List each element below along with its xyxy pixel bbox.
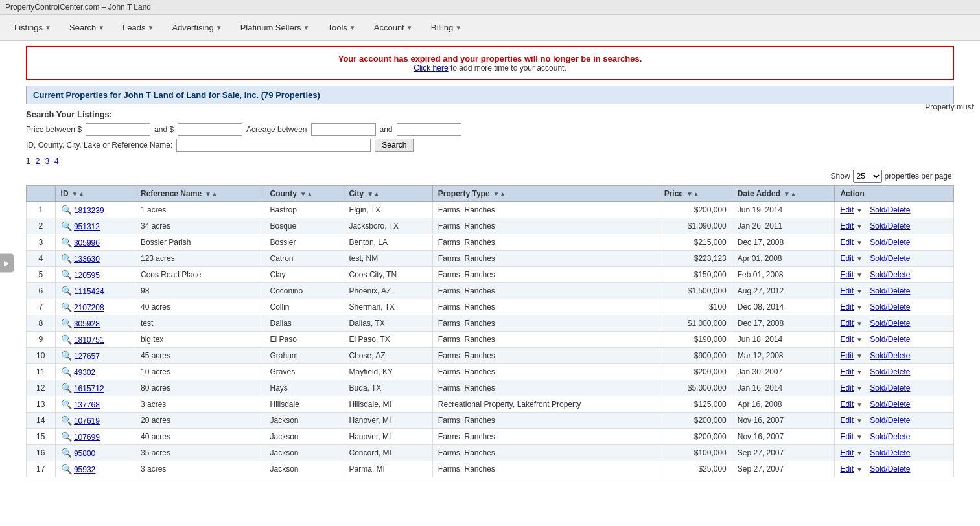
- sold-delete-link[interactable]: Sold/Delete: [870, 205, 910, 214]
- row-id-link[interactable]: 951312: [74, 222, 100, 231]
- row-id-link[interactable]: 107699: [74, 433, 100, 442]
- left-tab[interactable]: ▶: [0, 254, 14, 273]
- sold-delete-link[interactable]: Sold/Delete: [870, 254, 910, 263]
- row-id-link[interactable]: 49302: [74, 368, 95, 377]
- row-id-link[interactable]: 120595: [74, 271, 100, 280]
- row-id-link[interactable]: 137768: [74, 400, 100, 409]
- row-id-link[interactable]: 1115424: [74, 287, 104, 296]
- search-icon[interactable]: 🔍: [61, 383, 72, 393]
- sold-delete-link[interactable]: Sold/Delete: [870, 222, 910, 231]
- nav-tools[interactable]: Tools ▼: [318, 17, 364, 38]
- edit-button[interactable]: Edit: [840, 254, 854, 263]
- row-id-link[interactable]: 95932: [74, 465, 95, 474]
- edit-button[interactable]: Edit: [840, 303, 854, 312]
- per-page-select[interactable]: 10 25 50 100: [853, 170, 882, 183]
- nav-listings[interactable]: Listings ▼: [5, 17, 60, 38]
- search-icon[interactable]: 🔍: [61, 318, 72, 328]
- sold-delete-link[interactable]: Sold/Delete: [870, 448, 910, 457]
- search-icon[interactable]: 🔍: [61, 448, 72, 458]
- row-id-link[interactable]: 305928: [74, 319, 100, 328]
- edit-dropdown-arrow[interactable]: ▼: [856, 271, 863, 279]
- edit-dropdown-arrow[interactable]: ▼: [856, 304, 863, 311]
- sold-delete-link[interactable]: Sold/Delete: [870, 383, 910, 393]
- sold-delete-link[interactable]: Sold/Delete: [870, 270, 910, 279]
- edit-dropdown-arrow[interactable]: ▼: [856, 466, 863, 473]
- edit-button[interactable]: Edit: [840, 367, 854, 376]
- search-icon[interactable]: 🔍: [61, 415, 72, 426]
- search-icon[interactable]: 🔍: [61, 205, 72, 215]
- edit-dropdown-arrow[interactable]: ▼: [856, 401, 863, 408]
- edit-button[interactable]: Edit: [840, 383, 854, 393]
- sold-delete-link[interactable]: Sold/Delete: [870, 432, 910, 441]
- search-icon[interactable]: 🔍: [61, 269, 72, 280]
- page-link-2[interactable]: 2: [36, 157, 40, 166]
- edit-button[interactable]: Edit: [840, 400, 854, 409]
- search-icon[interactable]: 🔍: [61, 431, 72, 442]
- edit-button[interactable]: Edit: [840, 432, 854, 441]
- sold-delete-link[interactable]: Sold/Delete: [870, 351, 910, 360]
- alert-link[interactable]: Click here: [414, 63, 448, 73]
- edit-dropdown-arrow[interactable]: ▼: [856, 385, 863, 392]
- edit-button[interactable]: Edit: [840, 286, 854, 295]
- sold-delete-link[interactable]: Sold/Delete: [870, 303, 910, 312]
- row-id-link[interactable]: 133630: [74, 255, 100, 264]
- search-icon[interactable]: 🔍: [61, 367, 72, 377]
- edit-button[interactable]: Edit: [840, 205, 854, 214]
- acreage-min-input[interactable]: [311, 123, 376, 136]
- edit-dropdown-arrow[interactable]: ▼: [856, 288, 863, 295]
- edit-dropdown-arrow[interactable]: ▼: [856, 417, 863, 424]
- nav-advertising[interactable]: Advertising ▼: [163, 17, 231, 38]
- sold-delete-link[interactable]: Sold/Delete: [870, 319, 910, 328]
- edit-dropdown-arrow[interactable]: ▼: [856, 352, 863, 360]
- page-link-3[interactable]: 3: [45, 157, 49, 166]
- edit-button[interactable]: Edit: [840, 351, 854, 360]
- edit-dropdown-arrow[interactable]: ▼: [856, 239, 863, 246]
- row-id-link[interactable]: 1810751: [74, 336, 104, 345]
- page-link-1[interactable]: 1: [26, 157, 30, 166]
- sold-delete-link[interactable]: Sold/Delete: [870, 400, 910, 409]
- row-id-link[interactable]: 95800: [74, 449, 95, 458]
- acreage-max-input[interactable]: [397, 123, 461, 136]
- sort-arrows-date[interactable]: ▼▲: [784, 190, 797, 198]
- sold-delete-link[interactable]: Sold/Delete: [870, 335, 910, 344]
- edit-dropdown-arrow[interactable]: ▼: [856, 223, 863, 230]
- edit-button[interactable]: Edit: [840, 464, 854, 474]
- nav-leads[interactable]: Leads ▼: [113, 17, 163, 38]
- page-link-4[interactable]: 4: [54, 157, 59, 166]
- sold-delete-link[interactable]: Sold/Delete: [870, 286, 910, 295]
- row-id-link[interactable]: 127657: [74, 352, 100, 361]
- edit-dropdown-arrow[interactable]: ▼: [856, 369, 863, 376]
- row-id-link[interactable]: 1615712: [74, 384, 104, 393]
- search-button[interactable]: Search: [375, 139, 414, 152]
- sort-arrows-price[interactable]: ▼▲: [686, 190, 699, 198]
- nav-search[interactable]: Search ▼: [60, 17, 113, 38]
- search-icon[interactable]: 🔍: [61, 286, 72, 296]
- sold-delete-link[interactable]: Sold/Delete: [870, 238, 910, 247]
- edit-dropdown-arrow[interactable]: ▼: [856, 255, 863, 262]
- edit-dropdown-arrow[interactable]: ▼: [856, 450, 863, 457]
- edit-button[interactable]: Edit: [840, 319, 854, 328]
- search-icon[interactable]: 🔍: [61, 334, 72, 345]
- edit-button[interactable]: Edit: [840, 270, 854, 279]
- sort-arrows-id[interactable]: ▼▲: [72, 190, 85, 198]
- id-search-input[interactable]: [176, 139, 371, 152]
- edit-button[interactable]: Edit: [840, 416, 854, 425]
- row-id-link[interactable]: 305996: [74, 238, 100, 247]
- sort-arrows-city[interactable]: ▼▲: [367, 190, 380, 198]
- search-icon[interactable]: 🔍: [61, 253, 72, 264]
- search-icon[interactable]: 🔍: [61, 237, 72, 247]
- edit-dropdown-arrow[interactable]: ▼: [856, 207, 863, 214]
- sort-arrows-county[interactable]: ▼▲: [300, 190, 313, 198]
- search-icon[interactable]: 🔍: [61, 221, 72, 231]
- row-id-link[interactable]: 2107208: [74, 303, 104, 312]
- row-id-link[interactable]: 1813239: [74, 206, 104, 215]
- sold-delete-link[interactable]: Sold/Delete: [870, 367, 910, 376]
- sold-delete-link[interactable]: Sold/Delete: [870, 464, 910, 474]
- edit-button[interactable]: Edit: [840, 238, 854, 247]
- nav-platinum-sellers[interactable]: Platinum Sellers ▼: [231, 17, 319, 38]
- edit-dropdown-arrow[interactable]: ▼: [856, 320, 863, 327]
- edit-button[interactable]: Edit: [840, 448, 854, 457]
- search-icon[interactable]: 🔍: [61, 464, 72, 474]
- sort-arrows-proptype[interactable]: ▼▲: [493, 190, 506, 198]
- edit-button[interactable]: Edit: [840, 335, 854, 344]
